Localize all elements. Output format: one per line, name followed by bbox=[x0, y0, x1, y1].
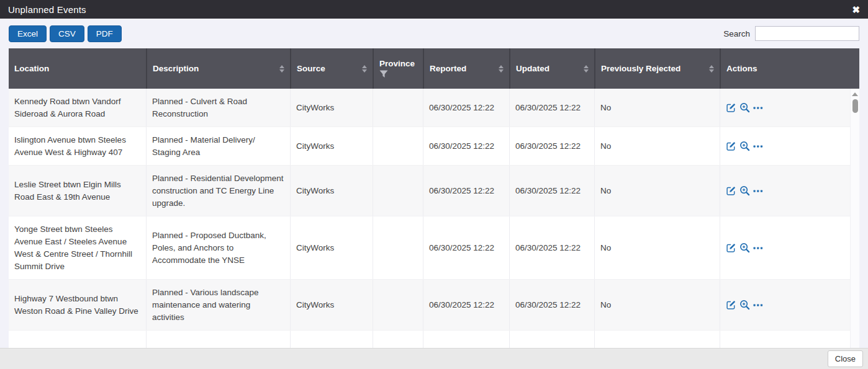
unplanned-events-modal: Unplanned Events ✖ Excel CSV PDF Search … bbox=[0, 0, 868, 369]
cell-province bbox=[373, 216, 423, 279]
cell-province bbox=[373, 89, 423, 127]
column-header-description[interactable]: Description bbox=[146, 48, 290, 89]
edit-icon[interactable] bbox=[726, 300, 736, 310]
column-label: Location bbox=[14, 64, 49, 73]
edit-icon[interactable] bbox=[726, 141, 736, 151]
cell-updated: 06/30/2025 12:22 bbox=[509, 89, 594, 127]
cell-description: Planned - Proposed Ductbank, Poles, and … bbox=[146, 216, 290, 279]
cell-source: CityWorks bbox=[290, 280, 373, 330]
cell-reported: 06/30/2025 12:22 bbox=[423, 127, 509, 165]
zoom-details-icon[interactable] bbox=[739, 141, 750, 151]
table-row[interactable]: Mulock Drive btwn Bathurst Planned - Mul… bbox=[9, 331, 850, 348]
cell-reported: 06/30/2025 12:22 bbox=[423, 280, 509, 330]
cell-province bbox=[373, 331, 423, 348]
column-header-actions: Actions bbox=[720, 48, 859, 89]
sort-icon bbox=[580, 65, 589, 73]
cell-reported: 06/30/2025 12:22 bbox=[423, 166, 509, 216]
column-label: Province bbox=[379, 59, 415, 68]
close-button[interactable]: Close bbox=[828, 350, 863, 367]
cell-actions bbox=[720, 127, 850, 165]
filter-icon[interactable] bbox=[379, 70, 388, 78]
search-input[interactable] bbox=[755, 26, 859, 41]
cell-province bbox=[373, 166, 423, 216]
cell-reported: 06/30/2025 12:22 bbox=[423, 331, 509, 348]
cell-previously-rejected: No bbox=[594, 216, 720, 279]
sort-icon bbox=[705, 65, 714, 73]
table-row[interactable]: Islington Avenue btwn Steeles Avenue Wes… bbox=[9, 127, 850, 166]
cell-location: Highway 7 Westbound btwn Weston Road & P… bbox=[9, 280, 146, 330]
cell-description: Planned - Residential Development constr… bbox=[146, 166, 290, 216]
edit-icon[interactable] bbox=[726, 102, 736, 113]
cell-province bbox=[373, 280, 423, 330]
table-scrollbar[interactable] bbox=[850, 89, 859, 348]
cell-source: CityWorks bbox=[290, 331, 373, 348]
edit-icon[interactable] bbox=[726, 185, 736, 196]
cell-updated: 06/30/2025 12:22 bbox=[509, 166, 594, 216]
search-area: Search bbox=[723, 26, 859, 41]
zoom-details-icon[interactable] bbox=[739, 300, 750, 310]
column-header-updated[interactable]: Updated bbox=[509, 48, 594, 89]
cell-previously-rejected: No bbox=[594, 166, 720, 216]
more-actions-icon[interactable] bbox=[753, 105, 763, 110]
cell-updated: 06/30/2025 12:22 bbox=[509, 127, 594, 165]
cell-location: Mulock Drive btwn Bathurst bbox=[9, 331, 146, 348]
column-header-previously-rejected[interactable]: Previously Rejected bbox=[594, 48, 720, 89]
cell-source: CityWorks bbox=[290, 89, 373, 127]
cell-description: Planned - Culvert & Road Reconstruction bbox=[146, 89, 290, 127]
close-icon[interactable]: ✖ bbox=[852, 5, 860, 14]
cell-description: Planned - Various landscape maintenance … bbox=[146, 280, 290, 330]
excel-button[interactable]: Excel bbox=[9, 25, 47, 42]
cell-previously-rejected: No bbox=[594, 331, 720, 348]
table-row[interactable]: Leslie Street btwn Elgin Mills Road East… bbox=[9, 166, 850, 216]
more-actions-icon[interactable] bbox=[753, 303, 763, 308]
cell-actions bbox=[720, 166, 850, 216]
cell-updated: 06/30/2025 12:22 bbox=[509, 331, 594, 348]
cell-province bbox=[373, 127, 423, 165]
table-row[interactable]: Yonge Street btwn Steeles Avenue East / … bbox=[9, 216, 850, 280]
cell-previously-rejected: No bbox=[594, 89, 720, 127]
cell-previously-rejected: No bbox=[594, 127, 720, 165]
column-header-reported[interactable]: Reported bbox=[423, 48, 509, 89]
toolbar: Excel CSV PDF Search bbox=[0, 19, 868, 48]
table-body: Kennedy Road btwn Vandorf Sideroad & Aur… bbox=[9, 89, 850, 348]
cell-description: Planned - Material Delivery/ Staging Are… bbox=[146, 127, 290, 165]
table-row[interactable]: Highway 7 Westbound btwn Weston Road & P… bbox=[9, 280, 850, 331]
sort-icon bbox=[358, 65, 367, 73]
column-label: Source bbox=[297, 64, 325, 73]
zoom-details-icon[interactable] bbox=[739, 242, 750, 253]
csv-button[interactable]: CSV bbox=[50, 25, 84, 42]
cell-location: Leslie Street btwn Elgin Mills Road East… bbox=[9, 166, 146, 216]
cell-previously-rejected: No bbox=[594, 280, 720, 330]
cell-updated: 06/30/2025 12:22 bbox=[509, 216, 594, 279]
more-actions-icon[interactable] bbox=[753, 189, 763, 193]
column-label: Description bbox=[153, 64, 199, 73]
zoom-details-icon[interactable] bbox=[739, 102, 750, 113]
cell-location: Yonge Street btwn Steeles Avenue East / … bbox=[9, 216, 146, 279]
cell-source: CityWorks bbox=[290, 127, 373, 165]
table-row[interactable]: Kennedy Road btwn Vandorf Sideroad & Aur… bbox=[9, 89, 850, 127]
more-actions-icon[interactable] bbox=[753, 144, 763, 149]
column-header-source[interactable]: Source bbox=[290, 48, 373, 89]
column-label: Previously Rejected bbox=[601, 64, 680, 73]
column-label: Reported bbox=[430, 64, 466, 73]
column-header-location[interactable]: Location bbox=[9, 48, 146, 89]
column-label: Actions bbox=[726, 64, 757, 73]
cell-source: CityWorks bbox=[290, 166, 373, 216]
scroll-thumb[interactable] bbox=[852, 99, 858, 113]
cell-updated: 06/30/2025 12:22 bbox=[509, 280, 594, 330]
cell-actions bbox=[720, 89, 850, 127]
sort-icon bbox=[495, 65, 504, 73]
scroll-up-icon[interactable] bbox=[852, 92, 858, 96]
cell-actions bbox=[720, 331, 850, 348]
more-actions-icon[interactable] bbox=[753, 246, 763, 251]
cell-location: Islington Avenue btwn Steeles Avenue Wes… bbox=[9, 127, 146, 165]
zoom-details-icon[interactable] bbox=[739, 185, 750, 196]
cell-reported: 06/30/2025 12:22 bbox=[423, 89, 509, 127]
cell-location: Kennedy Road btwn Vandorf Sideroad & Aur… bbox=[9, 89, 146, 127]
edit-icon[interactable] bbox=[726, 242, 736, 253]
column-label: Updated bbox=[516, 64, 549, 73]
column-header-province[interactable]: Province bbox=[373, 48, 423, 89]
cell-actions bbox=[720, 280, 850, 330]
search-label: Search bbox=[723, 29, 750, 38]
pdf-button[interactable]: PDF bbox=[88, 25, 122, 42]
